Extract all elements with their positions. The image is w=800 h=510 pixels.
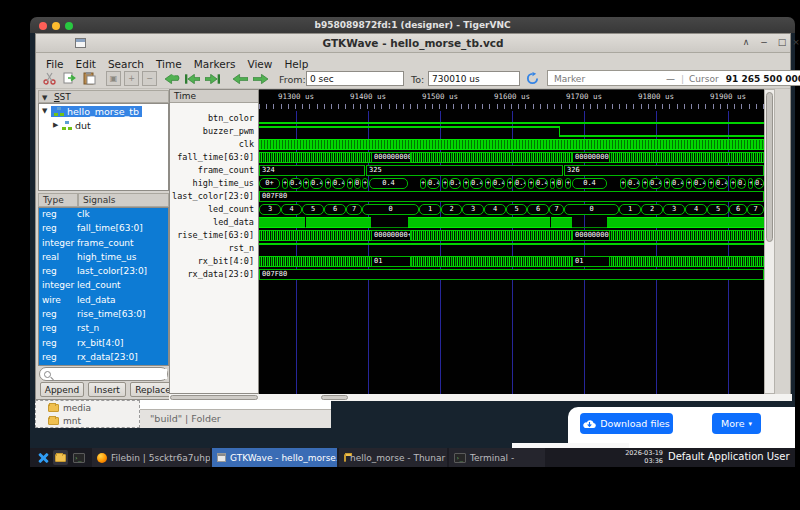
- column-header-type[interactable]: Type: [38, 193, 78, 207]
- zoom-out-icon[interactable]: −: [142, 71, 157, 86]
- vnc-close-icon[interactable]: [39, 22, 47, 30]
- signal-label-buzzer_pwm[interactable]: buzzer_pwm: [170, 125, 258, 138]
- applications-menu-icon[interactable]: [35, 450, 50, 465]
- to-input[interactable]: [428, 71, 520, 86]
- wave-row-rx_bit_4_0_: 0101: [259, 255, 764, 268]
- signals-table-row[interactable]: integerframe_count: [39, 237, 168, 251]
- taskbar-clock[interactable]: 2026-03-19 03:36: [607, 450, 663, 465]
- bus-value: 6: [527, 204, 549, 215]
- column-header-signals[interactable]: Signals: [78, 193, 169, 207]
- signal-label-fall_time_63_0_[interactable]: fall_time[63:0]: [170, 151, 258, 164]
- marker-cursor-separator: |: [681, 74, 684, 84]
- bus-value: +: [686, 178, 692, 189]
- signals-table[interactable]: regclkregfall_time[63:0]integerframe_cou…: [38, 207, 169, 366]
- signals-table-row[interactable]: integerled_count: [39, 279, 168, 293]
- signal-label-last_color_23_0_[interactable]: last_color[23:0]: [170, 190, 258, 203]
- taskbar-item-label: Terminal -: [470, 453, 514, 463]
- signals-table-row[interactable]: regrise_time[63:0]: [39, 308, 168, 322]
- menu-bar: FileEditSearchTimeMarkersViewHelp: [36, 53, 790, 68]
- shift-right-icon[interactable]: [252, 71, 268, 86]
- signal-label-rise_time_63_0_[interactable]: rise_time[63:0]: [170, 229, 258, 242]
- signal-label-led_data[interactable]: led_data: [170, 216, 258, 229]
- vnc-titlebar[interactable]: b958089872fd:1 (designer) - TigerVNC: [30, 17, 795, 33]
- signals-table-row[interactable]: reglast_color[23:0]: [39, 265, 168, 279]
- signal-label-led_count[interactable]: led_count: [170, 203, 258, 216]
- wave-vertical-scrollbar[interactable]: [764, 89, 775, 394]
- gtkwave-window: GTKWave - hello_morse_tb.vcd ∧ − □ × Fil…: [35, 33, 791, 400]
- signal-label-frame_count[interactable]: frame_count: [170, 164, 258, 177]
- copy-icon[interactable]: [62, 71, 76, 86]
- data-burst: [607, 217, 764, 228]
- insert-button[interactable]: Insert: [88, 382, 126, 397]
- taskbar-item-terminal[interactable]: ›_Terminal -: [449, 448, 545, 467]
- bus-value: 0.4: [427, 178, 440, 189]
- bus-value: 0.4: [535, 178, 548, 189]
- signal-label-btn_color[interactable]: btn_color: [170, 112, 258, 125]
- bus-value: +: [303, 178, 309, 189]
- bus-value: 6: [729, 204, 747, 215]
- taskbar-item-window[interactable]: GTKWave - hello_morse...: [212, 448, 337, 467]
- taskbar-item-folder[interactable]: hello_morse - Thunar: [339, 448, 447, 467]
- gtkwave-titlebar[interactable]: GTKWave - hello_morse_tb.vcd ∧ − □ ×: [36, 34, 790, 53]
- vnc-minimize-icon[interactable]: [52, 22, 60, 30]
- signals-table-row[interactable]: regfall_time[63:0]: [39, 222, 168, 236]
- signals-table-row[interactable]: regrx_bit[4:0]: [39, 337, 168, 351]
- bus-value: 5: [506, 204, 527, 215]
- vnc-maximize-icon[interactable]: [65, 22, 73, 30]
- time-header[interactable]: Time: [170, 90, 258, 103]
- signal-names-panel[interactable]: Time btn_colorbuzzer_pwmclkfall_time[63:…: [169, 89, 259, 394]
- zoom-in-icon[interactable]: +: [124, 71, 139, 86]
- sst-tree[interactable]: ▼hello_morse_tb▶dut: [38, 103, 169, 191]
- wave-area[interactable]: 91300 us91400 us91500 us91600 us91700 us…: [259, 89, 764, 394]
- wave-row-buzzer_pwm: [259, 125, 764, 138]
- thunar-folder-media[interactable]: media: [36, 401, 139, 414]
- expander-icon[interactable]: ▶: [53, 121, 62, 129]
- signal-label-rx_bit_4_0_[interactable]: rx_bit[4:0]: [170, 255, 258, 268]
- signals-table-row[interactable]: regclk: [39, 208, 168, 222]
- from-input[interactable]: [306, 71, 404, 86]
- taskbar-item-firefox[interactable]: Filebin | 5scktr6a7uhptn...: [92, 448, 210, 467]
- signals-table-row[interactable]: regrx_data[23:0]: [39, 351, 168, 365]
- vertical-scrollbar-thumb[interactable]: [766, 92, 773, 242]
- sst-header[interactable]: ▼ SST: [38, 90, 169, 103]
- bus-value: 6: [324, 204, 346, 215]
- signal-label-rx_data_23_0_[interactable]: rx_data[23:0]: [170, 268, 258, 281]
- signal-label-clk[interactable]: clk: [170, 138, 258, 151]
- sst-item-hello_morse_tb[interactable]: ▼hello_morse_tb: [39, 104, 168, 118]
- signal-name: rx_data[23:0]: [77, 351, 168, 365]
- signals-table-row[interactable]: realhigh_time_us: [39, 251, 168, 265]
- shade-button[interactable]: ∧: [738, 37, 754, 47]
- signals-table-row[interactable]: wireled_data: [39, 294, 168, 308]
- zoom-undo-icon[interactable]: [164, 71, 180, 86]
- more-button[interactable]: More ▾: [712, 413, 761, 434]
- zoom-fit-icon[interactable]: ▣: [106, 71, 121, 86]
- thunar-folder-mnt[interactable]: mnt: [36, 414, 139, 427]
- cursor-label: Cursor: [689, 74, 719, 84]
- signal-label-high_time_us[interactable]: high_time_us: [170, 177, 258, 190]
- signals-table-row[interactable]: regrst_n: [39, 322, 168, 336]
- go-to-end-icon[interactable]: [204, 71, 220, 86]
- signal-type: integer: [39, 237, 77, 251]
- download-files-button[interactable]: Download files: [580, 413, 673, 434]
- append-button[interactable]: Append: [40, 382, 84, 397]
- sst-item-dut[interactable]: ▶dut: [39, 118, 168, 132]
- expander-icon[interactable]: ▼: [42, 107, 51, 115]
- go-to-start-icon[interactable]: [184, 71, 200, 86]
- minimize-button[interactable]: −: [756, 37, 772, 47]
- bus-value: +: [325, 178, 331, 189]
- search-input[interactable]: [54, 369, 167, 379]
- reload-icon[interactable]: [525, 71, 539, 86]
- file-manager-launcher-icon[interactable]: [53, 450, 68, 465]
- signal-name: rise_time[63:0]: [77, 308, 168, 322]
- cut-icon[interactable]: [42, 71, 56, 86]
- signal-label-rst_n[interactable]: rst_n: [170, 242, 258, 255]
- folder-icon: [344, 454, 346, 462]
- thunar-sidebar[interactable]: mediamnt: [35, 400, 140, 428]
- shift-left-icon[interactable]: [232, 71, 248, 86]
- terminal-launcher-icon[interactable]: ›_: [71, 450, 86, 465]
- sst-collapse-icon[interactable]: ▼: [42, 94, 51, 102]
- close-button[interactable]: ×: [788, 37, 800, 47]
- signal-type: reg: [39, 265, 77, 279]
- paste-icon[interactable]: [82, 71, 96, 86]
- bus-value: +: [528, 178, 534, 189]
